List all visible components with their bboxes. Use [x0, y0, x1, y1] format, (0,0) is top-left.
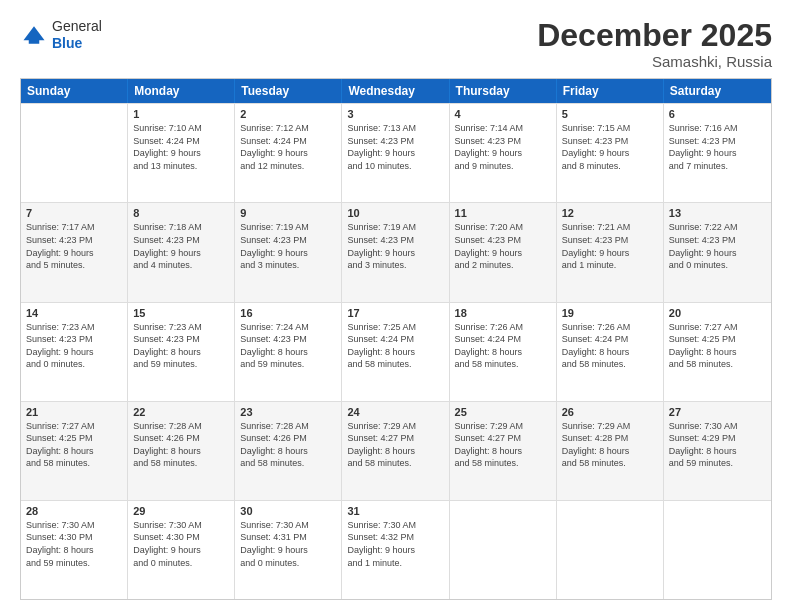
day-info: Sunrise: 7:19 AM Sunset: 4:23 PM Dayligh… [347, 221, 443, 271]
calendar-cell: 8Sunrise: 7:18 AM Sunset: 4:23 PM Daylig… [128, 203, 235, 301]
day-number: 16 [240, 307, 336, 319]
calendar-cell: 28Sunrise: 7:30 AM Sunset: 4:30 PM Dayli… [21, 501, 128, 599]
day-number: 3 [347, 108, 443, 120]
day-info: Sunrise: 7:29 AM Sunset: 4:28 PM Dayligh… [562, 420, 658, 470]
logo-blue: Blue [52, 35, 102, 52]
day-number: 27 [669, 406, 766, 418]
day-number: 7 [26, 207, 122, 219]
calendar-cell: 5Sunrise: 7:15 AM Sunset: 4:23 PM Daylig… [557, 104, 664, 202]
calendar-cell: 12Sunrise: 7:21 AM Sunset: 4:23 PM Dayli… [557, 203, 664, 301]
day-info: Sunrise: 7:23 AM Sunset: 4:23 PM Dayligh… [133, 321, 229, 371]
calendar: SundayMondayTuesdayWednesdayThursdayFrid… [20, 78, 772, 600]
calendar-cell: 23Sunrise: 7:28 AM Sunset: 4:26 PM Dayli… [235, 402, 342, 500]
day-info: Sunrise: 7:21 AM Sunset: 4:23 PM Dayligh… [562, 221, 658, 271]
logo-general: General [52, 18, 102, 35]
calendar-cell: 16Sunrise: 7:24 AM Sunset: 4:23 PM Dayli… [235, 303, 342, 401]
day-number: 10 [347, 207, 443, 219]
day-info: Sunrise: 7:22 AM Sunset: 4:23 PM Dayligh… [669, 221, 766, 271]
day-number: 17 [347, 307, 443, 319]
day-number: 11 [455, 207, 551, 219]
weekday-header-sunday: Sunday [21, 79, 128, 103]
day-info: Sunrise: 7:26 AM Sunset: 4:24 PM Dayligh… [455, 321, 551, 371]
day-info: Sunrise: 7:12 AM Sunset: 4:24 PM Dayligh… [240, 122, 336, 172]
calendar-cell: 18Sunrise: 7:26 AM Sunset: 4:24 PM Dayli… [450, 303, 557, 401]
day-info: Sunrise: 7:30 AM Sunset: 4:31 PM Dayligh… [240, 519, 336, 569]
day-number: 31 [347, 505, 443, 517]
weekday-header-saturday: Saturday [664, 79, 771, 103]
page: General Blue December 2025 Samashki, Rus… [0, 0, 792, 612]
calendar-cell: 26Sunrise: 7:29 AM Sunset: 4:28 PM Dayli… [557, 402, 664, 500]
day-number: 5 [562, 108, 658, 120]
day-info: Sunrise: 7:19 AM Sunset: 4:23 PM Dayligh… [240, 221, 336, 271]
calendar-cell: 21Sunrise: 7:27 AM Sunset: 4:25 PM Dayli… [21, 402, 128, 500]
day-number: 18 [455, 307, 551, 319]
day-info: Sunrise: 7:16 AM Sunset: 4:23 PM Dayligh… [669, 122, 766, 172]
day-info: Sunrise: 7:30 AM Sunset: 4:30 PM Dayligh… [26, 519, 122, 569]
day-info: Sunrise: 7:27 AM Sunset: 4:25 PM Dayligh… [26, 420, 122, 470]
calendar-cell: 7Sunrise: 7:17 AM Sunset: 4:23 PM Daylig… [21, 203, 128, 301]
calendar-cell: 30Sunrise: 7:30 AM Sunset: 4:31 PM Dayli… [235, 501, 342, 599]
day-number: 8 [133, 207, 229, 219]
day-info: Sunrise: 7:24 AM Sunset: 4:23 PM Dayligh… [240, 321, 336, 371]
day-number: 21 [26, 406, 122, 418]
day-number: 9 [240, 207, 336, 219]
calendar-cell: 9Sunrise: 7:19 AM Sunset: 4:23 PM Daylig… [235, 203, 342, 301]
day-number: 26 [562, 406, 658, 418]
calendar-row-4: 21Sunrise: 7:27 AM Sunset: 4:25 PM Dayli… [21, 401, 771, 500]
weekday-header-monday: Monday [128, 79, 235, 103]
logo-text: General Blue [52, 18, 102, 52]
day-info: Sunrise: 7:23 AM Sunset: 4:23 PM Dayligh… [26, 321, 122, 371]
day-number: 22 [133, 406, 229, 418]
day-number: 28 [26, 505, 122, 517]
calendar-row-5: 28Sunrise: 7:30 AM Sunset: 4:30 PM Dayli… [21, 500, 771, 599]
day-info: Sunrise: 7:29 AM Sunset: 4:27 PM Dayligh… [455, 420, 551, 470]
calendar-cell [664, 501, 771, 599]
day-info: Sunrise: 7:17 AM Sunset: 4:23 PM Dayligh… [26, 221, 122, 271]
day-info: Sunrise: 7:30 AM Sunset: 4:29 PM Dayligh… [669, 420, 766, 470]
day-info: Sunrise: 7:28 AM Sunset: 4:26 PM Dayligh… [240, 420, 336, 470]
day-number: 4 [455, 108, 551, 120]
calendar-cell: 6Sunrise: 7:16 AM Sunset: 4:23 PM Daylig… [664, 104, 771, 202]
location: Samashki, Russia [537, 53, 772, 70]
weekday-header-thursday: Thursday [450, 79, 557, 103]
day-info: Sunrise: 7:13 AM Sunset: 4:23 PM Dayligh… [347, 122, 443, 172]
day-info: Sunrise: 7:30 AM Sunset: 4:32 PM Dayligh… [347, 519, 443, 569]
day-number: 13 [669, 207, 766, 219]
calendar-cell: 31Sunrise: 7:30 AM Sunset: 4:32 PM Dayli… [342, 501, 449, 599]
calendar-cell: 22Sunrise: 7:28 AM Sunset: 4:26 PM Dayli… [128, 402, 235, 500]
day-number: 30 [240, 505, 336, 517]
header: General Blue December 2025 Samashki, Rus… [20, 18, 772, 70]
day-number: 19 [562, 307, 658, 319]
calendar-cell: 10Sunrise: 7:19 AM Sunset: 4:23 PM Dayli… [342, 203, 449, 301]
day-number: 24 [347, 406, 443, 418]
day-info: Sunrise: 7:29 AM Sunset: 4:27 PM Dayligh… [347, 420, 443, 470]
month-title: December 2025 [537, 18, 772, 53]
weekday-header-tuesday: Tuesday [235, 79, 342, 103]
logo-icon [20, 21, 48, 49]
calendar-cell: 3Sunrise: 7:13 AM Sunset: 4:23 PM Daylig… [342, 104, 449, 202]
calendar-cell: 24Sunrise: 7:29 AM Sunset: 4:27 PM Dayli… [342, 402, 449, 500]
day-number: 15 [133, 307, 229, 319]
weekday-header-friday: Friday [557, 79, 664, 103]
calendar-cell: 2Sunrise: 7:12 AM Sunset: 4:24 PM Daylig… [235, 104, 342, 202]
day-number: 29 [133, 505, 229, 517]
calendar-cell: 1Sunrise: 7:10 AM Sunset: 4:24 PM Daylig… [128, 104, 235, 202]
svg-rect-2 [29, 37, 40, 44]
calendar-cell: 4Sunrise: 7:14 AM Sunset: 4:23 PM Daylig… [450, 104, 557, 202]
day-number: 1 [133, 108, 229, 120]
title-area: December 2025 Samashki, Russia [537, 18, 772, 70]
day-number: 12 [562, 207, 658, 219]
day-info: Sunrise: 7:30 AM Sunset: 4:30 PM Dayligh… [133, 519, 229, 569]
calendar-cell: 25Sunrise: 7:29 AM Sunset: 4:27 PM Dayli… [450, 402, 557, 500]
calendar-header: SundayMondayTuesdayWednesdayThursdayFrid… [21, 79, 771, 103]
day-info: Sunrise: 7:14 AM Sunset: 4:23 PM Dayligh… [455, 122, 551, 172]
calendar-cell [557, 501, 664, 599]
calendar-cell: 27Sunrise: 7:30 AM Sunset: 4:29 PM Dayli… [664, 402, 771, 500]
day-info: Sunrise: 7:26 AM Sunset: 4:24 PM Dayligh… [562, 321, 658, 371]
day-number: 20 [669, 307, 766, 319]
calendar-cell [21, 104, 128, 202]
calendar-cell: 20Sunrise: 7:27 AM Sunset: 4:25 PM Dayli… [664, 303, 771, 401]
calendar-cell [450, 501, 557, 599]
day-info: Sunrise: 7:18 AM Sunset: 4:23 PM Dayligh… [133, 221, 229, 271]
calendar-cell: 17Sunrise: 7:25 AM Sunset: 4:24 PM Dayli… [342, 303, 449, 401]
